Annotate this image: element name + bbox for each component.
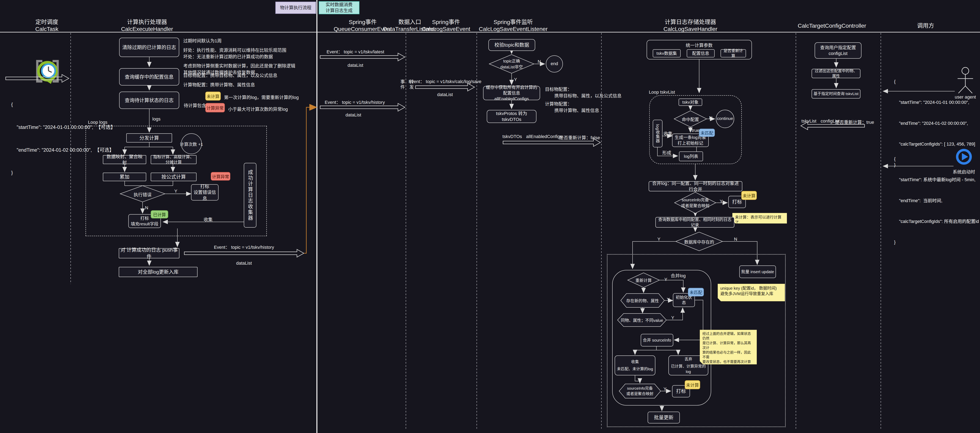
note-config-line1: 目标物配置：携带目标物、属性，以及公式信息 — [183, 71, 277, 78]
caller-system-json: { "startTime": 系统中最新log时间 - 5min, "endTi… — [894, 142, 979, 260]
history-event-payload: dataList — [345, 113, 361, 118]
node-param-config-info: 配置信息 — [687, 49, 714, 57]
node-fetch-enabled-configs: 缓存中获取所有开启计算的配置信息 allEnabledConfigs — [483, 86, 540, 100]
system-start-label: 系统启动时 — [953, 168, 975, 174]
node-query-pending-logs: 查询待计算状态的日志 — [119, 92, 179, 109]
note-expire-line3: 坏处：无法重新计算过期的已计算成功的数据 — [183, 53, 273, 59]
note-text: unique key (配置id， 数据时间) — [720, 285, 782, 291]
banner-realtime: 实时数据消费 计算日志生成 — [319, 1, 360, 14]
label-n: N — [538, 59, 541, 64]
pending-contains-label: 待计算包含: — [184, 102, 207, 108]
node-query-cached-config: 查询缓存中的配置信息 — [119, 68, 179, 86]
node-label: 批量更新 — [654, 414, 673, 421]
node-label: tskv对象 — [682, 99, 698, 105]
node-batch-update: 批量更新 — [648, 412, 680, 423]
node-label: 丢弃 — [684, 357, 692, 362]
node-label: 打标 — [200, 183, 209, 189]
json-line: } — [894, 239, 979, 246]
node-label: 查询用户指定配置 — [820, 44, 856, 51]
node-label: 过滤出这些配置中的物、属性 — [813, 68, 859, 79]
return-label-3: 是否重新计算：true — [835, 119, 874, 125]
badge-uncalculated-2: 未计算 — [741, 191, 757, 200]
node-label: 累加 — [120, 174, 129, 180]
label-y: Y — [671, 315, 674, 320]
node-label: tskv数据集 — [656, 51, 677, 56]
node-label: 未匹配、未计算的log — [617, 366, 653, 371]
node-mark-error: 打标 设置错误信息 — [191, 184, 218, 200]
node-batch-insert-update: 批量 insert update — [739, 265, 776, 278]
same-thing-hex-label: 同物、属性；不同value — [621, 317, 663, 323]
listener-note-4: 携带计算物、属性信息 — [554, 107, 599, 113]
node-label: 已计算、计算异常的log — [670, 364, 707, 374]
label-y: Y — [667, 297, 670, 302]
note-text: 算的结果也必与之前一样，因此不需 — [702, 351, 754, 360]
forward-label-1: 事件 — [399, 79, 405, 90]
new-thing-hex-label: 存在新的物、属性 — [626, 298, 659, 303]
note-text: 未计算：表示可以进行计算了 — [735, 215, 781, 225]
note-expire-line1: 过期时间默认为1周 — [183, 37, 221, 44]
diamond-line: sourceInfo完备 — [681, 197, 710, 203]
node-label: log收集器 — [655, 124, 661, 143]
save-event-payload: dataList — [437, 92, 453, 97]
node-label: 打上初始标记 — [678, 140, 703, 146]
node-label: 查询待计算状态的日志 — [125, 97, 174, 104]
node-collect-uncalculated: 收集 未匹配、未计算的log — [615, 355, 655, 375]
note-text: 要改变状态，也不需要再次计算 — [702, 360, 754, 365]
label-n: N — [145, 205, 148, 211]
badge-uncalculated-3: 未计算 — [685, 380, 700, 389]
diamond-line: 或者是聚合映射 — [626, 391, 653, 396]
note-text: 经过上面的合并逻辑，如果状态仍然 — [702, 331, 754, 341]
node-label: 查询缓存中的配置信息 — [125, 74, 174, 80]
label-y: Y — [720, 199, 723, 204]
banner-realtime-line2: 计算日志生成 — [326, 8, 353, 14]
node-label: allEnabledConfigs — [494, 96, 529, 102]
diamond-line: topic正确 — [500, 58, 523, 64]
node-log-collector: log收集器 — [653, 120, 662, 148]
node-label: 分发计算 — [140, 135, 159, 141]
node-clean-expired-logs: 清除过期的已计算的日志 — [119, 38, 179, 57]
banner-process: 物计算执行流程 — [275, 2, 316, 14]
node-query-db-logs: 查询数据库中相同配置、相同时刻的日志记录 — [655, 217, 734, 228]
node-accumulate: 累加 — [103, 173, 146, 181]
note-expire-line4: 考虑到物计算侧重实时数据计算，因此还是做了删除逻辑 — [183, 62, 295, 68]
diamond-line: dataList非空 — [500, 64, 523, 70]
listener-note-1: 目标物配置： — [545, 86, 572, 92]
node-validate-topic: 校验topic和数据 — [488, 39, 535, 51]
badge-calc-error: 计算异常 — [205, 103, 225, 113]
dto-arrow-label2: allEnabledConfigs — [526, 134, 562, 139]
node-label: 基于指定时间查询 tskvList — [814, 91, 859, 96]
node-param-tskv-dataset: tskv数据集 — [653, 49, 681, 57]
node-label: 缓存中获取所有开启计算的配置信息 — [485, 84, 538, 96]
node-label: 配置信息 — [692, 51, 710, 56]
node-label: configList — [829, 51, 848, 56]
note-merge-logic: 经过上面的合并逻辑，如果状态仍然 是已计算、计算异常，那么其再次计 算的结果也必… — [700, 330, 757, 365]
label-n: N — [734, 236, 737, 242]
badge-calc-error-2: 计算异常 — [211, 172, 230, 181]
node-label: 打标 — [732, 199, 742, 205]
json-line: "calcTargetConfigIds": 所有启用的配置id — [894, 218, 979, 225]
sourceinfo-hex-label: sourceInfo完备 或者是聚合映射 — [626, 385, 653, 396]
count-circle-label: 计算次数 +1 — [180, 141, 203, 147]
badge-unmatched-2: 未匹配 — [688, 288, 704, 297]
loop-tskvlist-label: Loop tskvList — [649, 90, 675, 95]
note-text: 是已计算、计算异常，那么其再次计 — [702, 341, 754, 351]
json-line: "endTime": "2024-01-02 00:00:00", 【可选】 — [11, 146, 116, 154]
node-merge-sourceinfo: 合并 sourceInfo — [641, 334, 673, 346]
node-update-all-logs: 对全部log更新入库 — [119, 267, 197, 277]
node-label: 打标 — [676, 388, 686, 395]
node-data-mapping: 数据映射、聚合映射 — [103, 155, 146, 164]
json-line: { — [894, 78, 975, 85]
node-target-calc: 指标计算、高级计算、分摊计算 — [151, 155, 197, 164]
node-label: 设置错误信息 — [192, 189, 217, 201]
node-label: 查询数据库中相同配置、相同时刻的日志记录 — [657, 217, 733, 228]
node-formula-calc: 按公式计算 — [151, 173, 197, 181]
badge-unmatched: 未匹配 — [699, 128, 715, 137]
flow-connectors — [125, 51, 955, 411]
note-expire-line2: 好处：执行性能、资源消耗可以维持在比较乐观范围 — [183, 46, 286, 53]
exec-error-diamond-label: 执行错误 — [134, 191, 151, 197]
label-n: N — [709, 115, 713, 121]
diamond-line: 或者是聚合映射 — [681, 203, 710, 208]
json-line: "startTime": 系统中最新log时间 - 5min, — [894, 176, 979, 183]
node-label: 填充result字段 — [131, 221, 158, 227]
json-line: "startTime": "2024-01-01 00:00:00", — [894, 99, 975, 106]
